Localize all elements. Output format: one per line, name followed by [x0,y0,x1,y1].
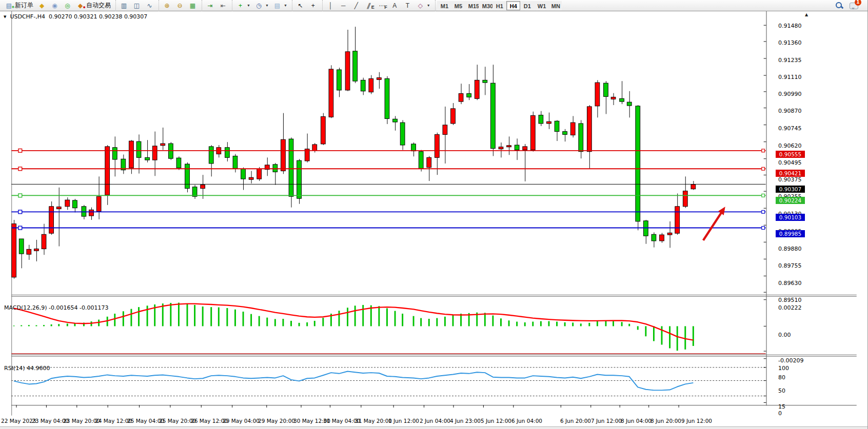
candle-down [73,200,77,208]
chart-menu-icon[interactable]: ▼ [4,15,6,19]
candle-down [233,156,238,168]
candle-down [209,147,213,164]
candle-up [667,233,672,235]
timeframe-m1-button[interactable]: M1 [437,1,451,10]
hline-handle-right [762,227,765,230]
timeframe-m15-button[interactable]: M15 [465,1,479,10]
candle-down [419,152,423,169]
crosshair-button[interactable]: + [307,1,320,11]
notification-badge: 1 [855,0,861,6]
zoom-out-button[interactable]: ⊖ [173,1,186,11]
auto-scroll-button[interactable]: ⇥ [204,1,216,11]
timeframe-h1-button[interactable]: H1 [492,1,506,10]
chart-shift-button[interactable]: ⇤ [216,1,229,11]
auto-scroll-icon: ⇥ [206,2,214,10]
hline-handle [18,226,22,230]
auto-trading-button-label: 自动交易 [86,1,111,10]
hline-handle-right [762,149,765,152]
horizontal-line-button[interactable]: ─ [337,1,350,11]
candle-down [185,164,190,189]
candle-down [620,98,624,101]
candle-up [12,224,16,277]
candle-up [96,196,101,211]
timeframe-h4-button[interactable]: H4 [506,1,520,10]
horizontal-line-icon: ─ [339,2,348,10]
timeframe-w1-button[interactable]: W1 [534,1,548,10]
trend-line-button[interactable]: ╱ [350,1,363,11]
candle-up [312,145,317,151]
bar-chart-button[interactable]: ▥ [117,1,130,11]
gold-nugget-icon: ◆ [37,2,46,10]
new-order-button-label: 新订单 [15,1,33,10]
fibonacci-icon: ⋯F [378,2,386,10]
candlestick-chart-button[interactable]: ◫ [130,1,143,11]
arrows-button[interactable]: ◇▼ [414,1,432,11]
candle-down [579,124,583,152]
price-badge-0.89985: 0.89985 [776,230,805,237]
channel-icon: ∥E [365,2,373,10]
candle-down [491,83,496,148]
periods-button[interactable]: ◷▼ [252,1,271,11]
axis-scroll-marker[interactable]: ▲ [805,12,808,17]
candle-down [539,115,543,124]
timeframe-m5-button[interactable]: M5 [451,1,465,10]
tile-windows-button[interactable]: ▦ [186,1,199,11]
line-chart-button[interactable]: ∿ [143,1,156,11]
channel-button[interactable]: ∥E [363,1,376,11]
candle-up [249,177,253,179]
candle-up [321,116,325,144]
new-order-button[interactable]: ▤+新订单 [3,1,35,11]
text-label-button[interactable]: T [401,1,414,11]
candle-down [136,141,141,157]
trend-arrow[interactable] [703,213,721,240]
candle-up [595,83,600,106]
chart-canvas[interactable] [0,11,868,429]
price-axis-label: 0.89880 [778,245,802,252]
chevron-down-icon: ▼ [427,4,430,7]
fibonacci-button[interactable]: ⋯F [376,1,388,11]
candle-up [34,249,39,251]
timeframe-mn-button[interactable]: MN [548,1,562,10]
templates-button[interactable]: ▤▼ [271,1,289,11]
draw-group: │─╱∥E⋯FAT◇▼ [322,0,434,11]
price-axis-label: 0.90990 [778,91,802,97]
time-axis-label: 24 May 12:00 [95,418,132,424]
chevron-down-icon: ▼ [265,4,269,7]
candle-up [49,207,54,233]
time-axis-label: 9 Jun 12:00 [681,418,712,424]
auto-trading-button[interactable]: ◆●自动交易 [74,1,113,11]
insert-group: +▼◷▼▤▼ [232,0,291,11]
timeframe-m30-button[interactable]: M30 [479,1,492,10]
candle-down [411,144,416,151]
vertical-line-button[interactable]: │ [324,1,337,11]
zoom-out-icon: ⊖ [175,2,184,10]
candle-up [435,134,439,157]
candle-up [27,249,31,254]
chat-button[interactable]: 1 [850,2,860,10]
profile-button[interactable]: ◉ [48,1,61,11]
text-button[interactable]: A [388,1,401,11]
candle-down [627,102,632,106]
vertical-line-icon: │ [326,2,335,10]
template-icon: ▤ [273,2,282,10]
timeframe-d1-button[interactable]: D1 [520,1,534,10]
candlestick-chart-icon: ◫ [132,2,141,10]
candle-up [281,139,286,171]
time-axis-label: 31 May 20:00 [355,418,392,424]
rsi-axis-label: 80 [778,374,785,380]
indicators-button[interactable]: +▼ [234,1,252,11]
signals-button[interactable]: ◎ [61,1,74,11]
candle-down [297,160,302,198]
search-icon[interactable] [835,2,843,10]
cursor-button[interactable]: ↖ [294,1,307,11]
candle-up [547,121,551,124]
macd-axis-label: -0.00209 [778,357,803,363]
market-watch-button[interactable]: ◆ [35,1,48,11]
chart-shift-icon: ⇤ [219,2,227,10]
chevron-down-icon: ▼ [247,4,250,7]
candle-down [273,165,278,172]
rsi-axis-label: 50 [778,387,785,394]
zoom-in-button[interactable]: ⊕ [161,1,173,11]
price-badge-0.90307: 0.90307 [776,186,805,193]
candle-up [587,107,591,152]
